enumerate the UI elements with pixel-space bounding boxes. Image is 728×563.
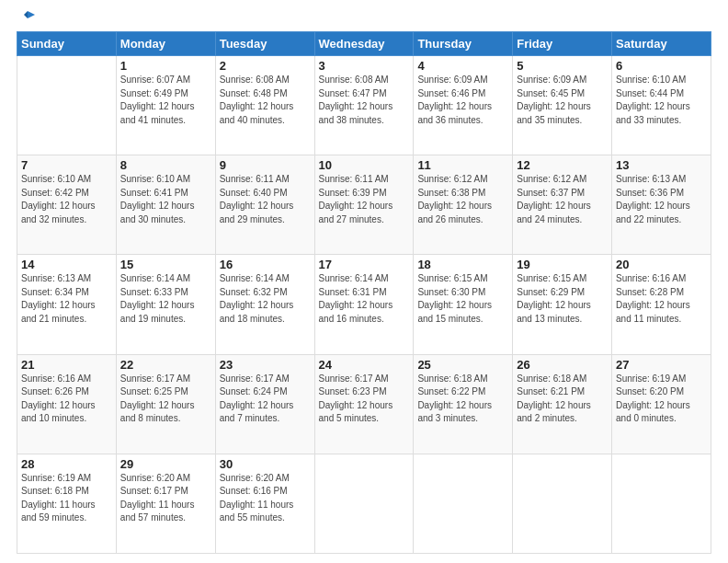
- day-number: 17: [319, 258, 410, 271]
- day-number: 30: [220, 457, 311, 471]
- calendar-cell: 9Sunrise: 6:11 AM Sunset: 6:40 PM Daylig…: [215, 155, 314, 255]
- day-info: Sunrise: 6:17 AM Sunset: 6:24 PM Dayligh…: [220, 373, 311, 426]
- day-number: 27: [616, 358, 707, 372]
- day-number: 3: [319, 59, 410, 73]
- calendar-cell: 11Sunrise: 6:12 AM Sunset: 6:38 PM Dayli…: [414, 155, 513, 255]
- day-info: Sunrise: 6:19 AM Sunset: 6:20 PM Dayligh…: [616, 373, 707, 426]
- day-number: 7: [21, 158, 112, 172]
- calendar-cell: 17Sunrise: 6:14 AM Sunset: 6:31 PM Dayli…: [314, 255, 414, 354]
- day-number: 19: [517, 258, 608, 271]
- day-info: Sunrise: 6:16 AM Sunset: 6:26 PM Dayligh…: [21, 373, 112, 426]
- calendar-cell: [314, 454, 414, 553]
- day-number: 9: [220, 158, 311, 172]
- calendar-cell: 20Sunrise: 6:16 AM Sunset: 6:28 PM Dayli…: [612, 255, 711, 354]
- calendar-cell: [612, 454, 711, 553]
- calendar-cell: 23Sunrise: 6:17 AM Sunset: 6:24 PM Dayli…: [215, 354, 314, 454]
- calendar-week-row: 14Sunrise: 6:13 AM Sunset: 6:34 PM Dayli…: [17, 255, 711, 354]
- day-info: Sunrise: 6:08 AM Sunset: 6:48 PM Dayligh…: [220, 74, 311, 127]
- day-number: 5: [517, 59, 608, 73]
- calendar-cell: 26Sunrise: 6:18 AM Sunset: 6:21 PM Dayli…: [513, 354, 612, 454]
- day-number: 26: [517, 358, 608, 372]
- day-info: Sunrise: 6:10 AM Sunset: 6:41 PM Dayligh…: [120, 173, 211, 226]
- calendar-cell: 25Sunrise: 6:18 AM Sunset: 6:22 PM Dayli…: [414, 354, 513, 454]
- day-info: Sunrise: 6:11 AM Sunset: 6:40 PM Dayligh…: [220, 173, 311, 226]
- day-number: 28: [21, 457, 112, 471]
- day-number: 16: [220, 258, 311, 271]
- day-number: 11: [417, 158, 508, 172]
- calendar-cell: 18Sunrise: 6:15 AM Sunset: 6:30 PM Dayli…: [414, 255, 513, 354]
- day-number: 29: [120, 457, 211, 471]
- calendar-cell: 14Sunrise: 6:13 AM Sunset: 6:34 PM Dayli…: [17, 255, 117, 354]
- calendar-cell: [513, 454, 612, 553]
- calendar-cell: 7Sunrise: 6:10 AM Sunset: 6:42 PM Daylig…: [17, 155, 117, 255]
- calendar-week-row: 7Sunrise: 6:10 AM Sunset: 6:42 PM Daylig…: [17, 155, 711, 255]
- calendar-cell: 12Sunrise: 6:12 AM Sunset: 6:37 PM Dayli…: [513, 155, 612, 255]
- weekday-header-wednesday: Wednesday: [314, 32, 414, 56]
- calendar-cell: 1Sunrise: 6:07 AM Sunset: 6:49 PM Daylig…: [116, 56, 215, 155]
- day-number: 21: [21, 358, 112, 372]
- calendar-cell: 15Sunrise: 6:14 AM Sunset: 6:33 PM Dayli…: [116, 255, 215, 354]
- calendar-cell: 28Sunrise: 6:19 AM Sunset: 6:18 PM Dayli…: [17, 454, 117, 553]
- logo-flag-icon: [18, 9, 37, 28]
- day-info: Sunrise: 6:11 AM Sunset: 6:39 PM Dayligh…: [319, 173, 410, 226]
- day-number: 10: [319, 158, 410, 172]
- calendar-cell: 8Sunrise: 6:10 AM Sunset: 6:41 PM Daylig…: [116, 155, 215, 255]
- page: SundayMondayTuesdayWednesdayThursdayFrid…: [0, 0, 728, 563]
- day-number: 18: [417, 258, 508, 271]
- day-info: Sunrise: 6:15 AM Sunset: 6:30 PM Dayligh…: [417, 272, 508, 326]
- day-info: Sunrise: 6:10 AM Sunset: 6:44 PM Dayligh…: [616, 74, 707, 127]
- day-number: 22: [120, 358, 211, 372]
- weekday-header-row: SundayMondayTuesdayWednesdayThursdayFrid…: [17, 32, 711, 56]
- day-info: Sunrise: 6:07 AM Sunset: 6:49 PM Dayligh…: [120, 74, 211, 127]
- day-number: 25: [417, 358, 508, 372]
- calendar-cell: 16Sunrise: 6:14 AM Sunset: 6:32 PM Dayli…: [215, 255, 314, 354]
- day-number: 8: [120, 158, 211, 172]
- day-number: 14: [21, 258, 112, 271]
- calendar-cell: 30Sunrise: 6:20 AM Sunset: 6:16 PM Dayli…: [215, 454, 314, 553]
- calendar-cell: 5Sunrise: 6:09 AM Sunset: 6:45 PM Daylig…: [513, 56, 612, 155]
- day-info: Sunrise: 6:19 AM Sunset: 6:18 PM Dayligh…: [21, 472, 112, 525]
- logo: [17, 17, 37, 22]
- day-info: Sunrise: 6:20 AM Sunset: 6:17 PM Dayligh…: [120, 472, 211, 525]
- calendar-cell: 3Sunrise: 6:08 AM Sunset: 6:47 PM Daylig…: [314, 56, 414, 155]
- svg-marker-1: [24, 11, 28, 18]
- calendar-cell: 2Sunrise: 6:08 AM Sunset: 6:48 PM Daylig…: [215, 56, 314, 155]
- calendar-cell: [17, 56, 117, 155]
- header: [17, 17, 711, 22]
- day-info: Sunrise: 6:10 AM Sunset: 6:42 PM Dayligh…: [21, 173, 112, 226]
- day-info: Sunrise: 6:17 AM Sunset: 6:25 PM Dayligh…: [120, 373, 211, 426]
- calendar-cell: 21Sunrise: 6:16 AM Sunset: 6:26 PM Dayli…: [17, 354, 117, 454]
- weekday-header-thursday: Thursday: [414, 32, 513, 56]
- day-info: Sunrise: 6:16 AM Sunset: 6:28 PM Dayligh…: [616, 272, 707, 326]
- calendar-week-row: 21Sunrise: 6:16 AM Sunset: 6:26 PM Dayli…: [17, 354, 711, 454]
- calendar-table: SundayMondayTuesdayWednesdayThursdayFrid…: [17, 31, 711, 554]
- calendar-cell: 29Sunrise: 6:20 AM Sunset: 6:17 PM Dayli…: [116, 454, 215, 553]
- calendar-cell: 13Sunrise: 6:13 AM Sunset: 6:36 PM Dayli…: [612, 155, 711, 255]
- calendar-week-row: 1Sunrise: 6:07 AM Sunset: 6:49 PM Daylig…: [17, 56, 711, 155]
- weekday-header-tuesday: Tuesday: [215, 32, 314, 56]
- calendar-cell: 24Sunrise: 6:17 AM Sunset: 6:23 PM Dayli…: [314, 354, 414, 454]
- calendar-cell: 22Sunrise: 6:17 AM Sunset: 6:25 PM Dayli…: [116, 354, 215, 454]
- day-number: 20: [616, 258, 707, 271]
- day-number: 13: [616, 158, 707, 172]
- day-info: Sunrise: 6:20 AM Sunset: 6:16 PM Dayligh…: [220, 472, 311, 525]
- day-info: Sunrise: 6:13 AM Sunset: 6:36 PM Dayligh…: [616, 173, 707, 226]
- day-info: Sunrise: 6:08 AM Sunset: 6:47 PM Dayligh…: [319, 74, 410, 127]
- day-number: 1: [120, 59, 211, 73]
- day-info: Sunrise: 6:12 AM Sunset: 6:37 PM Dayligh…: [517, 173, 608, 226]
- day-number: 6: [616, 59, 707, 73]
- day-info: Sunrise: 6:09 AM Sunset: 6:45 PM Dayligh…: [517, 74, 608, 127]
- calendar-cell: 19Sunrise: 6:15 AM Sunset: 6:29 PM Dayli…: [513, 255, 612, 354]
- weekday-header-sunday: Sunday: [17, 32, 117, 56]
- day-info: Sunrise: 6:14 AM Sunset: 6:31 PM Dayligh…: [319, 272, 410, 326]
- day-number: 4: [417, 59, 508, 73]
- day-number: 2: [220, 59, 311, 73]
- calendar-cell: 4Sunrise: 6:09 AM Sunset: 6:46 PM Daylig…: [414, 56, 513, 155]
- day-number: 12: [517, 158, 608, 172]
- calendar-cell: 10Sunrise: 6:11 AM Sunset: 6:39 PM Dayli…: [314, 155, 414, 255]
- day-info: Sunrise: 6:14 AM Sunset: 6:33 PM Dayligh…: [120, 272, 211, 326]
- weekday-header-monday: Monday: [116, 32, 215, 56]
- day-info: Sunrise: 6:14 AM Sunset: 6:32 PM Dayligh…: [220, 272, 311, 326]
- day-info: Sunrise: 6:15 AM Sunset: 6:29 PM Dayligh…: [517, 272, 608, 326]
- day-info: Sunrise: 6:09 AM Sunset: 6:46 PM Dayligh…: [417, 74, 508, 127]
